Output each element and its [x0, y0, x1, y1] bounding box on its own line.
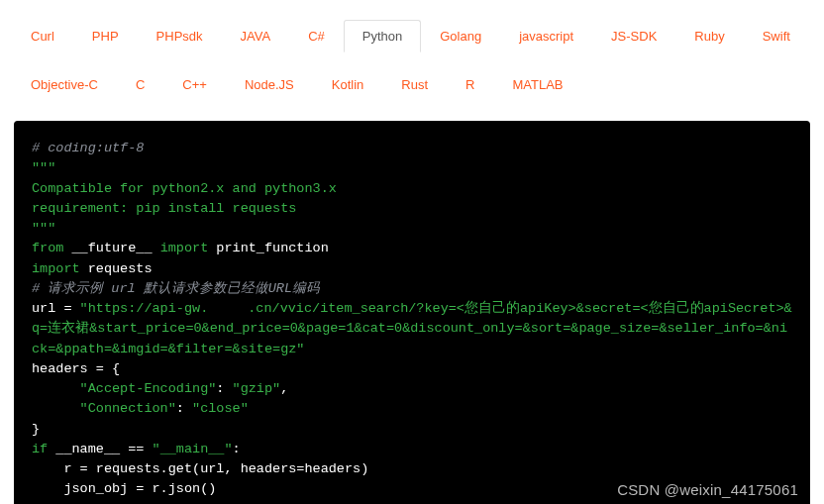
code-line: r = requests.get(url, headers=headers)	[32, 459, 792, 479]
tab-golang[interactable]: Golang	[421, 20, 500, 52]
tab-java[interactable]: JAVA	[222, 20, 290, 52]
code-line: import requests	[32, 259, 792, 279]
code-line: if __name__ == "__main__":	[32, 440, 792, 459]
redacted-block	[208, 303, 248, 314]
tab-javascript[interactable]: javascript	[500, 20, 592, 52]
tab-nodejs[interactable]: Node.JS	[226, 68, 313, 101]
code-line: requirement: pip install requests	[32, 199, 792, 219]
code-line: """	[32, 158, 792, 178]
language-tabs-row2: Objective-CCC++Node.JSKotlinRustRMATLAB	[0, 64, 824, 115]
tab-cpp[interactable]: C++	[163, 68, 226, 101]
tab-python[interactable]: Python	[344, 20, 421, 52]
tab-rust[interactable]: Rust	[382, 68, 447, 101]
tab-jssdk[interactable]: JS-SDK	[592, 20, 675, 52]
code-sample: # coding:utf-8 """ Compatible for python…	[14, 121, 810, 504]
tab-csharp[interactable]: C#	[289, 20, 344, 52]
tab-ruby[interactable]: Ruby	[675, 20, 743, 52]
language-tabs-row1: CurlPHPPHPsdkJAVAC#PythonGolangjavascrip…	[0, 0, 824, 64]
code-line: url = "https://api-gw..cn/vvic/item_sear…	[32, 299, 792, 359]
tab-objc[interactable]: Objective-C	[12, 68, 117, 101]
tab-kotlin[interactable]: Kotlin	[313, 68, 383, 101]
code-line: from __future__ import print_function	[32, 239, 792, 258]
tab-swift[interactable]: Swift	[744, 20, 809, 52]
code-line: }	[32, 420, 792, 440]
code-line: headers = {	[32, 359, 792, 379]
tab-php[interactable]: PHP	[73, 20, 138, 52]
code-line: # coding:utf-8	[32, 139, 792, 158]
code-line: # 请求示例 url 默认请求参数已经做URL编码	[32, 279, 792, 299]
tab-matlab[interactable]: MATLAB	[493, 68, 581, 101]
tab-c[interactable]: C	[117, 68, 163, 101]
code-line: """	[32, 219, 792, 239]
code-line: "Connection": "close"	[32, 399, 792, 419]
tab-r[interactable]: R	[447, 68, 493, 101]
tab-curl[interactable]: Curl	[12, 20, 73, 52]
code-line: print(json_obj)	[32, 500, 792, 505]
code-line: Compatible for python2.x and python3.x	[32, 179, 792, 199]
code-line: json_obj = r.json()	[32, 479, 792, 499]
tab-phpsdk[interactable]: PHPsdk	[138, 20, 222, 52]
code-line: "Accept-Encoding": "gzip",	[32, 379, 792, 399]
